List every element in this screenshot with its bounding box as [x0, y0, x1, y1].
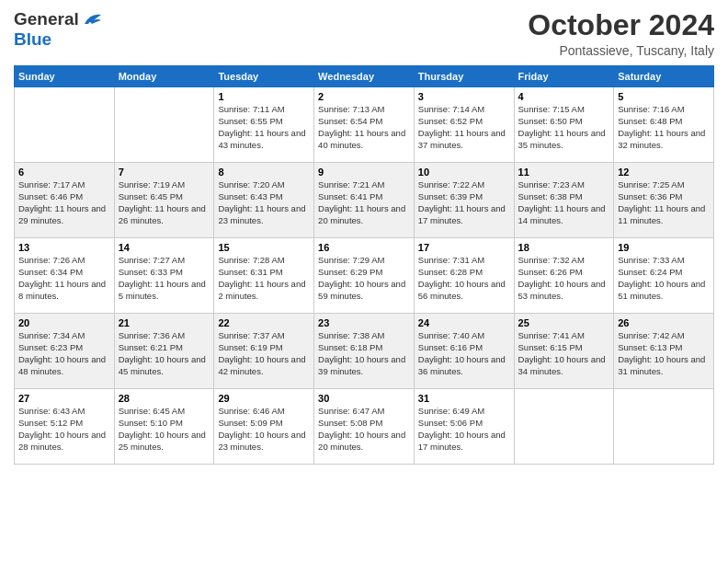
- day-info: Sunrise: 7:33 AM Sunset: 6:24 PM Dayligh…: [618, 255, 710, 302]
- day-number: 16: [318, 242, 410, 253]
- col-wednesday: Wednesday: [314, 66, 415, 87]
- list-item: 17Sunrise: 7:31 AM Sunset: 6:28 PM Dayli…: [414, 238, 514, 314]
- day-info: Sunrise: 7:14 AM Sunset: 6:52 PM Dayligh…: [418, 104, 510, 151]
- day-info: Sunrise: 7:31 AM Sunset: 6:28 PM Dayligh…: [418, 255, 510, 302]
- col-sunday: Sunday: [15, 66, 115, 87]
- logo-blue-text: Blue: [14, 29, 51, 49]
- day-info: Sunrise: 7:16 AM Sunset: 6:48 PM Dayligh…: [618, 104, 710, 151]
- list-item: 12Sunrise: 7:25 AM Sunset: 6:36 PM Dayli…: [614, 163, 714, 238]
- day-number: 10: [418, 167, 510, 178]
- day-number: 4: [518, 91, 610, 102]
- day-number: 24: [418, 317, 510, 328]
- day-info: Sunrise: 7:27 AM Sunset: 6:33 PM Dayligh…: [119, 255, 210, 302]
- list-item: 10Sunrise: 7:22 AM Sunset: 6:39 PM Dayli…: [414, 163, 514, 238]
- table-row: 6Sunrise: 7:17 AM Sunset: 6:46 PM Daylig…: [15, 163, 714, 238]
- list-item: 26Sunrise: 7:42 AM Sunset: 6:13 PM Dayli…: [614, 314, 714, 389]
- list-item: 28Sunrise: 6:45 AM Sunset: 5:10 PM Dayli…: [114, 389, 214, 465]
- day-info: Sunrise: 7:19 AM Sunset: 6:45 PM Dayligh…: [119, 179, 210, 226]
- list-item: 1Sunrise: 7:11 AM Sunset: 6:55 PM Daylig…: [214, 87, 314, 163]
- day-info: Sunrise: 6:49 AM Sunset: 5:06 PM Dayligh…: [418, 406, 510, 453]
- month-title: October 2024: [528, 9, 714, 41]
- day-info: Sunrise: 7:26 AM Sunset: 6:34 PM Dayligh…: [18, 255, 110, 302]
- day-number: 23: [318, 317, 410, 328]
- col-tuesday: Tuesday: [214, 66, 314, 87]
- day-info: Sunrise: 7:28 AM Sunset: 6:31 PM Dayligh…: [218, 255, 310, 302]
- day-info: Sunrise: 7:23 AM Sunset: 6:38 PM Dayligh…: [518, 179, 610, 226]
- day-number: 15: [218, 242, 310, 253]
- day-number: 9: [318, 167, 410, 178]
- day-info: Sunrise: 7:17 AM Sunset: 6:46 PM Dayligh…: [18, 179, 110, 226]
- day-info: Sunrise: 6:47 AM Sunset: 5:08 PM Dayligh…: [318, 406, 410, 453]
- day-number: 20: [18, 317, 110, 328]
- day-number: 12: [618, 167, 710, 178]
- day-number: 19: [618, 242, 710, 253]
- col-friday: Friday: [514, 66, 614, 87]
- list-item: 25Sunrise: 7:41 AM Sunset: 6:15 PM Dayli…: [514, 314, 614, 389]
- day-number: 29: [218, 393, 310, 404]
- header: General Blue October 2024 Pontassieve, T…: [14, 9, 714, 58]
- day-number: 31: [418, 393, 510, 404]
- list-item: 27Sunrise: 6:43 AM Sunset: 5:12 PM Dayli…: [15, 389, 115, 465]
- day-number: 6: [18, 167, 110, 178]
- day-number: 18: [518, 242, 610, 253]
- calendar-table: Sunday Monday Tuesday Wednesday Thursday…: [14, 65, 714, 465]
- list-item: 22Sunrise: 7:37 AM Sunset: 6:19 PM Dayli…: [214, 314, 314, 389]
- day-info: Sunrise: 7:34 AM Sunset: 6:23 PM Dayligh…: [18, 330, 110, 377]
- list-item: 4Sunrise: 7:15 AM Sunset: 6:50 PM Daylig…: [514, 87, 614, 163]
- list-item: 30Sunrise: 6:47 AM Sunset: 5:08 PM Dayli…: [314, 389, 415, 465]
- list-item: 13Sunrise: 7:26 AM Sunset: 6:34 PM Dayli…: [15, 238, 115, 314]
- day-number: 1: [218, 91, 310, 102]
- list-item: 18Sunrise: 7:32 AM Sunset: 6:26 PM Dayli…: [514, 238, 614, 314]
- day-info: Sunrise: 7:32 AM Sunset: 6:26 PM Dayligh…: [518, 255, 610, 302]
- list-item: 16Sunrise: 7:29 AM Sunset: 6:29 PM Dayli…: [314, 238, 415, 314]
- day-number: 28: [119, 393, 210, 404]
- col-saturday: Saturday: [614, 66, 714, 87]
- day-number: 2: [318, 91, 410, 102]
- list-item: 24Sunrise: 7:40 AM Sunset: 6:16 PM Dayli…: [414, 314, 514, 389]
- day-info: Sunrise: 6:46 AM Sunset: 5:09 PM Dayligh…: [218, 406, 310, 453]
- title-block: October 2024 Pontassieve, Tuscany, Italy: [528, 9, 714, 58]
- list-item: 9Sunrise: 7:21 AM Sunset: 6:41 PM Daylig…: [314, 163, 415, 238]
- table-row: 13Sunrise: 7:26 AM Sunset: 6:34 PM Dayli…: [15, 238, 714, 314]
- list-item: 2Sunrise: 7:13 AM Sunset: 6:54 PM Daylig…: [314, 87, 415, 163]
- location: Pontassieve, Tuscany, Italy: [528, 43, 714, 58]
- day-number: 7: [119, 167, 210, 178]
- day-info: Sunrise: 7:20 AM Sunset: 6:43 PM Dayligh…: [218, 179, 310, 226]
- list-item: 21Sunrise: 7:36 AM Sunset: 6:21 PM Dayli…: [114, 314, 214, 389]
- list-item: 15Sunrise: 7:28 AM Sunset: 6:31 PM Dayli…: [214, 238, 314, 314]
- list-item: 23Sunrise: 7:38 AM Sunset: 6:18 PM Dayli…: [314, 314, 415, 389]
- list-item: 14Sunrise: 7:27 AM Sunset: 6:33 PM Dayli…: [114, 238, 214, 314]
- list-item: [114, 87, 214, 163]
- day-number: 3: [418, 91, 510, 102]
- page: General Blue October 2024 Pontassieve, T…: [0, 0, 728, 563]
- day-number: 22: [218, 317, 310, 328]
- day-number: 14: [119, 242, 210, 253]
- list-item: 3Sunrise: 7:14 AM Sunset: 6:52 PM Daylig…: [414, 87, 514, 163]
- list-item: 7Sunrise: 7:19 AM Sunset: 6:45 PM Daylig…: [114, 163, 214, 238]
- day-info: Sunrise: 7:11 AM Sunset: 6:55 PM Dayligh…: [218, 104, 310, 151]
- list-item: 6Sunrise: 7:17 AM Sunset: 6:46 PM Daylig…: [15, 163, 115, 238]
- day-number: 26: [618, 317, 710, 328]
- list-item: 29Sunrise: 6:46 AM Sunset: 5:09 PM Dayli…: [214, 389, 314, 465]
- day-info: Sunrise: 7:25 AM Sunset: 6:36 PM Dayligh…: [618, 179, 710, 226]
- day-number: 13: [18, 242, 110, 253]
- day-info: Sunrise: 7:41 AM Sunset: 6:15 PM Dayligh…: [518, 330, 610, 377]
- day-info: Sunrise: 6:45 AM Sunset: 5:10 PM Dayligh…: [119, 406, 210, 453]
- table-row: 20Sunrise: 7:34 AM Sunset: 6:23 PM Dayli…: [15, 314, 714, 389]
- list-item: [15, 87, 115, 163]
- calendar-header-row: Sunday Monday Tuesday Wednesday Thursday…: [15, 66, 714, 87]
- day-info: Sunrise: 7:13 AM Sunset: 6:54 PM Dayligh…: [318, 104, 410, 151]
- day-info: Sunrise: 7:36 AM Sunset: 6:21 PM Dayligh…: [119, 330, 210, 377]
- logo: General Blue: [14, 9, 103, 50]
- day-info: Sunrise: 7:38 AM Sunset: 6:18 PM Dayligh…: [318, 330, 410, 377]
- list-item: 19Sunrise: 7:33 AM Sunset: 6:24 PM Dayli…: [614, 238, 714, 314]
- day-number: 5: [618, 91, 710, 102]
- day-number: 8: [218, 167, 310, 178]
- day-info: Sunrise: 7:29 AM Sunset: 6:29 PM Dayligh…: [318, 255, 410, 302]
- col-monday: Monday: [114, 66, 214, 87]
- day-info: Sunrise: 7:22 AM Sunset: 6:39 PM Dayligh…: [418, 179, 510, 226]
- list-item: [614, 389, 714, 465]
- day-number: 11: [518, 167, 610, 178]
- col-thursday: Thursday: [414, 66, 514, 87]
- list-item: 31Sunrise: 6:49 AM Sunset: 5:06 PM Dayli…: [414, 389, 514, 465]
